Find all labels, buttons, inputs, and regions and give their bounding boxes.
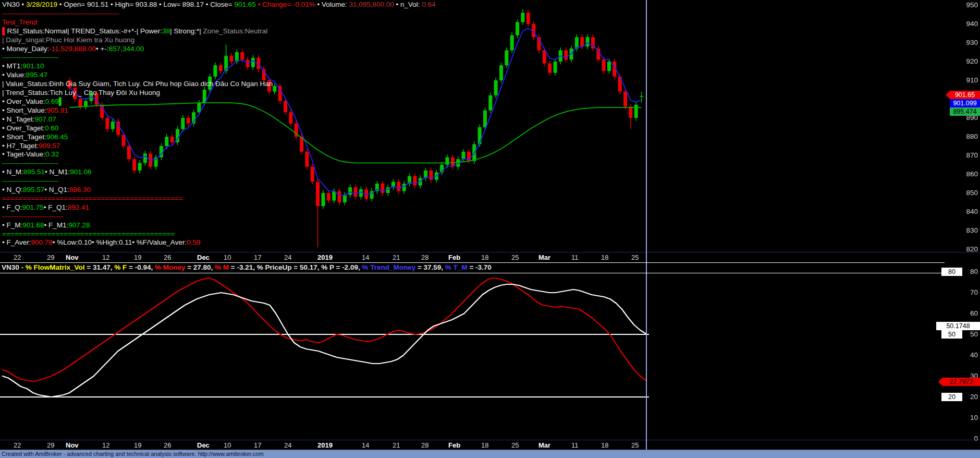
text-segment: = -3.70 — [468, 263, 492, 271]
text-segment: • N_Q1: — [44, 186, 69, 194]
text-segment: = 27.80, — [185, 263, 215, 271]
value-tag: 901.099 — [950, 99, 980, 107]
text-segment: VN30 - — [2, 263, 26, 271]
level-box: 80 — [941, 268, 962, 276]
text-segment: -------------------------- — [2, 212, 63, 220]
date-label: 28 — [421, 441, 428, 449]
oscillator-axis-label: 60 — [947, 309, 978, 318]
text-segment: • F_Aver: — [2, 238, 31, 246]
date-label: 2019 — [317, 254, 333, 261]
overlay-line: | Daily_singal:Phuc Hoi Kiem tra Xu huon… — [2, 36, 436, 45]
text-segment: • H7_Taget: — [2, 142, 39, 150]
text-segment: 38 — [162, 27, 170, 35]
text-segment: • +-: — [96, 45, 109, 53]
date-label: 21 — [393, 441, 400, 449]
text-segment: 901.65 — [234, 1, 255, 8]
text-segment: 31,095,800.00 — [349, 1, 394, 8]
text-segment: 0.32 — [45, 150, 59, 158]
text-segment: 895.57 — [23, 186, 44, 194]
date-label: Dec — [197, 441, 210, 449]
text-segment: 906.45 — [46, 133, 68, 141]
overlay-line: • Taget-Value:0.32 — [2, 150, 436, 159]
tag-arrow — [938, 378, 942, 386]
text-segment: • N_M: — [2, 168, 23, 176]
date-label: 26 — [164, 254, 171, 261]
text-segment: • Over_Taget: — [2, 124, 45, 132]
cursor-line[interactable] — [646, 0, 647, 450]
price-axis-label: 860 — [947, 170, 978, 178]
text-segment: • %High: — [92, 238, 119, 246]
date-label: 26 — [164, 441, 171, 449]
text-segment: % M — [215, 263, 229, 271]
date-label: Feb — [448, 441, 460, 449]
price-axis-label: 840 — [947, 208, 978, 216]
value-tag: 895.474 — [950, 107, 980, 116]
text-segment: | Daily_singal:Phuc Hoi Kiem tra Xu huon… — [2, 36, 134, 44]
overlay-line: ========================================… — [2, 230, 436, 239]
status-bar: Created with AmiBroker - advanced charti… — [0, 450, 980, 458]
overlay-line: • F_M:901.68• F_M1:907.28 — [2, 221, 436, 230]
value-tag: 27.7972 — [942, 378, 980, 386]
text-segment: • %F/Value_Aver: — [132, 238, 187, 246]
text-segment: ========================================… — [2, 195, 183, 202]
tag-arrow — [946, 91, 950, 99]
date-axis-bottom: 2229Nov121926Dec1017242019142128Feb1825M… — [0, 440, 980, 450]
overlay-line: • Short_Value:905.91 — [2, 106, 436, 115]
level-box: 20 — [941, 393, 962, 401]
date-label: 17 — [254, 441, 261, 449]
date-label: 28 — [421, 254, 428, 261]
text-segment: 901.68 — [22, 221, 44, 229]
text-segment: • n_Vol: — [394, 1, 422, 8]
text-segment: % Trend_Money — [362, 263, 415, 271]
text-segment: • Value: — [2, 71, 26, 79]
date-label: 18 — [481, 254, 488, 261]
price-overlay: VN30 • 3/28/2019 • Open= 901.51 • High= … — [2, 1, 436, 247]
text-segment: = -3.21, — [229, 263, 257, 271]
date-label: 14 — [362, 441, 369, 449]
text-segment: Test_Trend: — [2, 18, 39, 26]
text-segment: ▌ — [59, 98, 64, 105]
overlay-line: • F_Aver:900.78• %Low:0.10• %High:0.11• … — [2, 238, 436, 247]
value-tag: 50.1748 — [936, 322, 980, 330]
text-segment: ========================================… — [2, 230, 175, 238]
oscillator-svg[interactable] — [0, 273, 980, 440]
date-label: Mar — [538, 254, 550, 261]
overlay-line: | Trend_Status:Tich Luy _ Cho Thay Đôi X… — [2, 89, 436, 98]
text-segment: • Short_Value: — [2, 106, 47, 114]
text-segment: 3/28/2019 — [26, 1, 57, 8]
panel-separator-bottom — [0, 273, 945, 273]
date-axis-top: 2229Nov121926Dec1017242019142128Feb1825M… — [0, 252, 980, 262]
text-segment: 900.78 — [31, 238, 53, 246]
text-segment: ------------------------ — [2, 53, 58, 61]
price-axis-label: 950 — [947, 1, 978, 9]
panel-separator-top — [0, 262, 945, 263]
text-segment: 901.06 — [70, 168, 91, 176]
text-segment: 895.47 — [26, 71, 47, 79]
date-label: 18 — [601, 441, 608, 449]
chart-title-line: VN30 • 3/28/2019 • Open= 901.51 • High= … — [2, 1, 436, 9]
overlay-line: • Value:895.47 — [2, 71, 436, 80]
text-segment: 0.59 — [187, 238, 200, 246]
date-label: 25 — [631, 254, 639, 261]
overlay-line: ------------------------ — [2, 159, 436, 168]
date-label: 29 — [47, 441, 54, 449]
date-label: 24 — [284, 441, 291, 449]
text-segment: 0.11 — [119, 238, 132, 246]
overlay-line: ========================================… — [2, 195, 436, 203]
date-label: 11 — [571, 254, 579, 261]
price-axis-label: 940 — [947, 20, 978, 28]
date-label: 19 — [134, 441, 141, 449]
text-segment: = -0.94, — [127, 263, 155, 271]
date-label: 12 — [102, 441, 109, 449]
date-label: 25 — [631, 441, 639, 449]
overlay-line: -------------------------- — [2, 212, 436, 221]
text-segment: • F_Q: — [2, 203, 22, 211]
text-segment: • Volume: — [315, 1, 349, 8]
text-segment: % T_M — [445, 263, 468, 271]
date-label: 14 — [362, 254, 369, 261]
overlay-line: | Value_Status:Đinh Gia Suy Giam, Tich L… — [2, 80, 436, 89]
text-segment: ▌ — [2, 27, 7, 35]
overlay-line: Test_Trend: — [2, 18, 436, 27]
text-segment: 0.69 — [45, 98, 59, 105]
text-segment: ----------------------------------------… — [2, 9, 119, 17]
